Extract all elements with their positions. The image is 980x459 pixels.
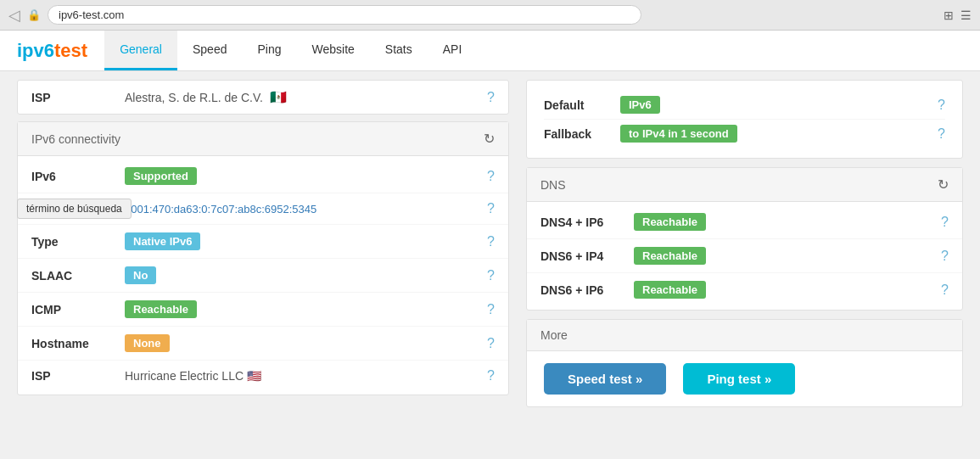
dns6-ip6-help-icon[interactable]: ? (941, 283, 949, 298)
isp-label: ISP (31, 91, 125, 104)
type-help-icon[interactable]: ? (487, 234, 495, 249)
browser-bar: ◁ 🔒 ipv6-test.com ⊞ ☰ (0, 0, 980, 31)
slaac-row-value: No (125, 266, 480, 284)
slaac-help-icon[interactable]: ? (487, 268, 495, 283)
tab-stats[interactable]: Stats (370, 31, 428, 70)
ipv6-supported-badge: Supported (125, 167, 197, 185)
ipv6-row-label: IPv6 (31, 170, 125, 183)
browser-grid-icon[interactable]: ⊞ (944, 8, 954, 22)
browser-icons: ⊞ ☰ (944, 8, 972, 22)
slaac-row-label: SLAAC (31, 269, 125, 283)
browser-back-button[interactable]: ◁ (8, 6, 20, 25)
isp-flag: 🇲🇽 (270, 90, 287, 104)
dns-refresh-icon[interactable]: ↻ (938, 176, 949, 193)
browser-lock-icon: 🔒 (27, 8, 41, 21)
ipv6-row-value: Supported (125, 167, 480, 185)
icmp-row-label: ICMP (31, 303, 125, 316)
logo-ipv6-text: ipv6 (17, 40, 54, 61)
default-badge: IPv6 (620, 96, 660, 114)
hostname-badge: None (125, 334, 170, 352)
dns-card: DNS ↻ DNS4 + IP6 Reachable ? DNS6 + IP4 … (526, 167, 963, 311)
ipv6-address-text: 2001:470:da63:0:7c07:ab8c:6952:5345 (125, 203, 316, 216)
dns6-ip4-row: DNS6 + IP4 Reachable ? (527, 239, 962, 273)
dns-body: DNS4 + IP6 Reachable ? DNS6 + IP4 Reacha… (527, 202, 962, 310)
slaac-row: SLAAC No ? (18, 259, 508, 293)
refresh-icon[interactable]: ↻ (484, 131, 495, 147)
icmp-row-value: Reachable (125, 300, 480, 318)
browser-url-bar[interactable]: ipv6-test.com (48, 5, 641, 25)
ipv6-row: IPv6 Supported ? (18, 160, 508, 193)
site-header: ipv6test General Speed Ping Website Stat… (0, 31, 980, 71)
dns6-ip4-label: DNS6 + IP4 (540, 249, 634, 263)
speed-test-button[interactable]: Speed test » (544, 363, 666, 395)
left-column: término de búsqueda ISP Alestra, S. de R… (17, 80, 509, 453)
browser-menu-icon[interactable]: ☰ (960, 8, 972, 22)
dns4-ip6-label: DNS4 + IP6 (540, 216, 634, 229)
site-logo[interactable]: ipv6test (17, 40, 87, 62)
hostname-row: Hostname None ? (18, 327, 508, 361)
fallback-row: Fallback to IPv4 in 1 second ? (544, 120, 945, 148)
dns6-ip6-row: DNS6 + IP6 Reachable ? (527, 273, 962, 306)
default-label: Default (544, 98, 620, 112)
dns4-ip6-help-icon[interactable]: ? (941, 215, 949, 230)
icmp-help-icon[interactable]: ? (487, 302, 495, 317)
isp-detail-label: ISP (31, 369, 125, 383)
main-content: término de búsqueda ISP Alestra, S. de R… (0, 71, 980, 459)
tooltip-bubble: término de búsqueda (17, 199, 132, 219)
dns-header: DNS ↻ (527, 168, 962, 202)
more-header: More (527, 320, 962, 351)
card-header: IPv6 connectivity ↻ (18, 122, 508, 156)
isp-help-icon[interactable]: ? (487, 90, 495, 105)
card-body: IPv6 Supported ? Address 2001:470:da63:0… (18, 156, 508, 395)
isp-name: Alestra, S. de R.L. de C.V. (125, 91, 263, 104)
isp-value: Alestra, S. de R.L. de C.V. 🇲🇽 (125, 89, 480, 105)
dns4-ip6-value: Reachable (634, 213, 934, 231)
ipv6-help-icon[interactable]: ? (487, 169, 495, 184)
connection-card: Default IPv6 ? Fallback to IPv4 in 1 sec… (526, 80, 963, 159)
tab-api[interactable]: API (428, 31, 478, 70)
fallback-badge: to IPv4 in 1 second (620, 125, 737, 143)
hostname-row-value: None (125, 334, 480, 352)
isp-detail-help-icon[interactable]: ? (487, 368, 495, 383)
hostname-help-icon[interactable]: ? (487, 336, 495, 351)
tab-speed[interactable]: Speed (177, 31, 242, 70)
type-badge: Native IPv6 (125, 232, 200, 250)
icmp-row: ICMP Reachable ? (18, 293, 508, 327)
dns6-ip6-badge: Reachable (634, 281, 706, 299)
logo-test-text: test (54, 40, 87, 61)
slaac-badge: No (125, 266, 156, 284)
dns4-ip6-badge: Reachable (634, 213, 706, 231)
dns6-ip6-value: Reachable (634, 281, 934, 299)
isp-row: ISP Alestra, S. de R.L. de C.V. 🇲🇽 ? (17, 80, 509, 115)
fallback-label: Fallback (544, 127, 620, 141)
type-row-value: Native IPv6 (125, 232, 480, 250)
tab-ping[interactable]: Ping (242, 31, 296, 70)
type-row-label: Type (31, 235, 125, 249)
dns6-ip4-value: Reachable (634, 247, 934, 265)
tab-general[interactable]: General (104, 31, 177, 70)
address-help-icon[interactable]: ? (487, 201, 495, 216)
fallback-help-icon[interactable]: ? (938, 126, 945, 142)
dns-title: DNS (540, 178, 566, 192)
right-column: Default IPv6 ? Fallback to IPv4 in 1 sec… (509, 80, 963, 453)
more-card: More Speed test » Ping test » (526, 319, 963, 407)
default-value: IPv6 (620, 96, 931, 114)
default-row: Default IPv6 ? (544, 91, 945, 120)
dns6-ip4-badge: Reachable (634, 247, 706, 265)
ipv6-connectivity-card: IPv6 connectivity ↻ IPv6 Supported ? Add… (17, 121, 509, 395)
fallback-value: to IPv4 in 1 second (620, 125, 931, 143)
hostname-row-label: Hostname (31, 337, 125, 350)
type-row: Type Native IPv6 ? (18, 225, 508, 259)
main-nav: General Speed Ping Website Stats API (104, 31, 477, 70)
default-help-icon[interactable]: ? (938, 98, 945, 113)
address-row-value: 2001:470:da63:0:7c07:ab8c:6952:5345 (125, 202, 480, 216)
card-title: IPv6 connectivity (31, 132, 120, 146)
dns6-ip6-label: DNS6 + IP6 (540, 283, 634, 297)
icmp-badge: Reachable (125, 300, 197, 318)
tab-website[interactable]: Website (296, 31, 369, 70)
dns6-ip4-help-icon[interactable]: ? (941, 249, 949, 264)
isp-detail-row: ISP Hurricane Electric LLC 🇺🇸 ? (18, 361, 508, 391)
dns4-ip6-row: DNS4 + IP6 Reachable ? (527, 205, 962, 239)
ping-test-button[interactable]: Ping test » (683, 363, 795, 395)
isp-detail-value: Hurricane Electric LLC 🇺🇸 (125, 369, 480, 383)
